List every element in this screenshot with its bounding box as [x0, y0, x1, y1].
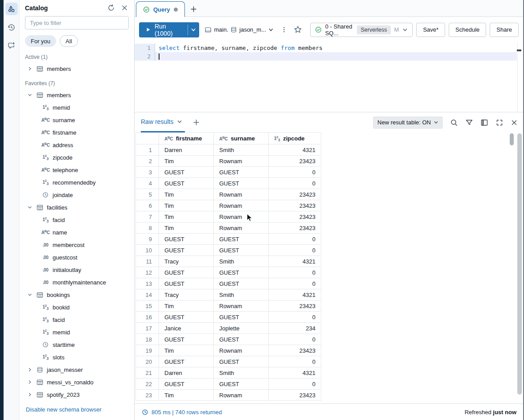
cell-zipcode[interactable]: 0 [269, 356, 321, 367]
column-header-zipcode[interactable]: 123zipcode [269, 133, 321, 144]
table-row[interactable]: 1DarrenSmith4321 [136, 144, 321, 156]
cell-surname[interactable]: Rownam [214, 200, 269, 211]
cell-surname[interactable]: GUEST [214, 267, 269, 278]
table-row[interactable]: 10GUESTGUEST0 [136, 245, 321, 256]
cell-firstname[interactable]: Tim [159, 301, 214, 312]
disable-schema-browser-link[interactable]: Disable new schema browser [26, 406, 102, 413]
table-row[interactable]: 22GUESTGUEST0 [136, 379, 321, 390]
toggle-side-panel-button[interactable] [480, 119, 488, 127]
tree-item-firstname[interactable]: ABCfirstname [20, 126, 134, 139]
cell-zipcode[interactable]: 23423 [269, 156, 321, 167]
tree-item-membercost[interactable]: .00membercost [20, 239, 134, 251]
favorite-query-button[interactable] [293, 24, 303, 36]
cell-firstname[interactable]: Tim [159, 390, 214, 401]
tree-item-name[interactable]: ABCname [20, 226, 134, 239]
cell-surname[interactable]: Rownam [214, 189, 269, 200]
cell-firstname[interactable]: GUEST [159, 267, 214, 278]
close-sidebar-button[interactable] [121, 4, 128, 11]
cell-surname[interactable]: GUEST [214, 178, 269, 189]
table-row[interactable]: 14TracySmith4321 [136, 289, 321, 301]
tree-item-messi_vs_ronaldo[interactable]: messi_vs_ronaldo [20, 376, 134, 388]
save-button[interactable]: Save* [416, 23, 445, 37]
sql-editor[interactable]: 1select firstname, surname, zipcode from… [135, 42, 524, 112]
tree-item-facid[interactable]: 123facid [20, 313, 134, 326]
table-row[interactable]: 19TimRownam23423 [136, 345, 321, 356]
row-number-cell[interactable]: 14 [136, 289, 159, 301]
cell-surname[interactable]: GUEST [214, 167, 269, 178]
editor-line-1[interactable]: 1select firstname, surname, zipcode from… [135, 44, 524, 52]
editor-scrollbar-thumb[interactable] [517, 49, 521, 51]
row-number-cell[interactable]: 3 [136, 167, 159, 178]
cell-surname[interactable]: GUEST [214, 379, 269, 390]
search-results-button[interactable] [450, 119, 458, 127]
cell-zipcode[interactable]: 23423 [269, 345, 321, 356]
tree-item-address[interactable]: ABCaddress [20, 139, 134, 151]
assistant-rail-button[interactable] [5, 39, 18, 52]
cell-zipcode[interactable]: 0 [269, 312, 321, 323]
tree-item-joindate[interactable]: joindate [20, 189, 134, 201]
cell-firstname[interactable]: Tim [159, 222, 214, 234]
table-row[interactable]: 8TimRownam23423 [136, 222, 321, 234]
editor-line-2[interactable]: 2 [135, 52, 524, 61]
tab-query[interactable]: Query [136, 1, 185, 17]
row-number-cell[interactable]: 5 [136, 189, 159, 200]
schedule-button[interactable]: Schedule [449, 23, 486, 37]
row-number-cell[interactable]: 2 [136, 156, 159, 167]
filter-pill-for-you[interactable]: For you [25, 35, 56, 47]
tree-item-members[interactable]: members [20, 62, 134, 75]
table-row[interactable]: 5TimRownam23423 [136, 189, 321, 200]
cell-zipcode[interactable]: 23423 [269, 211, 321, 222]
table-row[interactable]: 13GUESTGUEST0 [136, 278, 321, 289]
new-result-table-toggle[interactable]: New result table: ON [373, 116, 443, 129]
cell-zipcode[interactable]: 0 [269, 178, 321, 189]
cell-surname[interactable]: Rownam [214, 156, 269, 167]
cell-firstname[interactable]: Darren [159, 367, 214, 379]
table-row[interactable]: 6TimRownam23423 [136, 200, 321, 211]
row-number-cell[interactable]: 17 [136, 323, 159, 334]
cell-zipcode[interactable]: 0 [269, 278, 321, 289]
cell-surname[interactable]: Smith [214, 256, 269, 267]
cell-firstname[interactable]: GUEST [159, 178, 214, 189]
share-button[interactable]: Share [490, 23, 519, 37]
query-stats-link[interactable]: 805 ms | 740 rows returned [142, 409, 222, 416]
row-number-cell[interactable]: 15 [136, 301, 159, 312]
cell-firstname[interactable]: Tim [159, 156, 214, 167]
cell-firstname[interactable]: Darren [159, 144, 214, 156]
tree-item-monthlymaintenance[interactable]: .00monthlymaintenance [20, 276, 134, 288]
cell-zipcode[interactable]: 0 [269, 245, 321, 256]
table-row[interactable]: 4GUESTGUEST0 [136, 178, 321, 189]
tree-item-initialoutlay[interactable]: .00initialoutlay [20, 264, 134, 276]
table-row[interactable]: 20GUESTGUEST0 [136, 356, 321, 367]
cell-firstname[interactable]: GUEST [159, 356, 214, 367]
row-number-cell[interactable]: 12 [136, 267, 159, 278]
tree-item-spotify_2023[interactable]: spotify_2023 [20, 388, 134, 401]
tree-item-surname[interactable]: ABCsurname [20, 114, 134, 126]
cell-surname[interactable]: GUEST [214, 334, 269, 345]
cell-zipcode[interactable]: 4321 [269, 144, 321, 156]
table-row[interactable]: 23TimRownam23423 [136, 390, 321, 401]
cell-surname[interactable]: Rownam [214, 222, 269, 234]
row-number-cell[interactable]: 18 [136, 334, 159, 345]
row-number-cell[interactable]: 10 [136, 245, 159, 256]
kebab-menu-button[interactable] [279, 24, 289, 36]
tree-item-memid[interactable]: 123memid [20, 101, 134, 114]
cell-firstname[interactable]: Janice [159, 323, 214, 334]
cell-surname[interactable]: GUEST [214, 245, 269, 256]
cell-firstname[interactable]: GUEST [159, 245, 214, 256]
table-row[interactable]: 2TimRownam23423 [136, 156, 321, 167]
cell-zipcode[interactable]: 23423 [269, 189, 321, 200]
results-panel-scrollbar-thumb[interactable] [517, 133, 522, 395]
warehouse-selector[interactable]: 0 - Shared SQ... Serverless M [310, 23, 413, 37]
results-grid-scrollbar-thumb[interactable] [510, 133, 514, 145]
catalog-filter-input[interactable] [25, 16, 129, 29]
chevron-right-icon[interactable] [27, 392, 33, 397]
table-row[interactable]: 16GUESTGUEST0 [136, 312, 321, 323]
row-number-cell[interactable]: 21 [136, 367, 159, 379]
row-number-cell[interactable]: 23 [136, 390, 159, 401]
row-number-cell[interactable]: 8 [136, 222, 159, 234]
table-row[interactable]: 21DarrenSmith4321 [136, 367, 321, 379]
column-header-surname[interactable]: ABCsurname [214, 133, 269, 144]
catalog-rail-button[interactable] [5, 3, 18, 15]
add-visualization-button[interactable] [193, 119, 200, 126]
cell-surname[interactable]: GUEST [214, 356, 269, 367]
